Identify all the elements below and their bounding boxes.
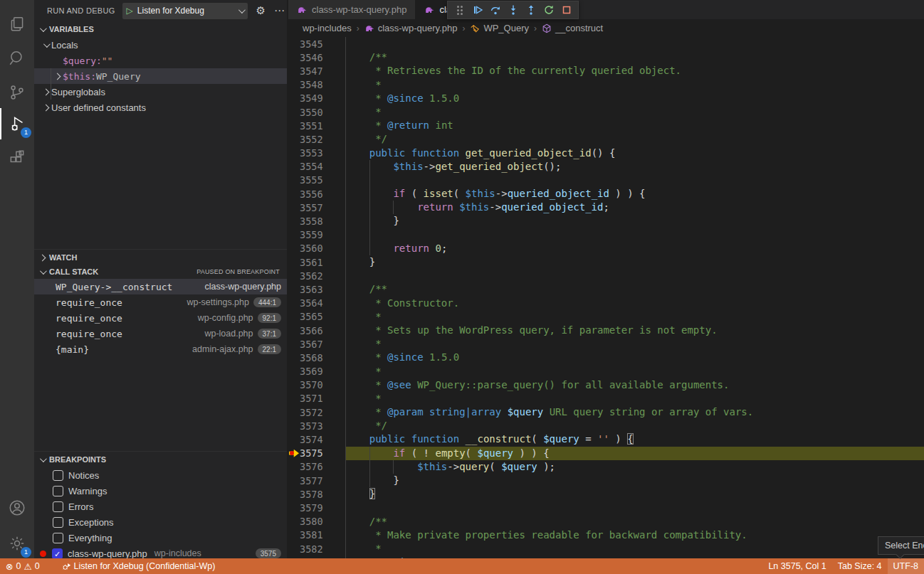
gutter[interactable]: [288, 119, 300, 132]
code-line[interactable]: 3570 * @see WP_Query::parse_query() for …: [288, 378, 924, 392]
gutter[interactable]: [288, 282, 300, 296]
gutter[interactable]: [288, 297, 300, 310]
code-line[interactable]: 3552 */: [288, 132, 924, 146]
tab-size-status[interactable]: Tab Size: 4: [832, 558, 888, 574]
breadcrumb-item[interactable]: wp-includes: [303, 23, 352, 33]
gutter[interactable]: [288, 324, 300, 337]
variable-row[interactable]: $this: WP_Query: [34, 68, 287, 84]
call-stack-frame[interactable]: {main}admin-ajax.php22:1: [34, 341, 287, 357]
breakpoints-header[interactable]: BREAKPOINTS: [34, 452, 287, 467]
gutter[interactable]: [288, 515, 300, 528]
cursor-position-status[interactable]: Ln 3575, Col 1: [762, 558, 831, 574]
code-line[interactable]: 3567 *: [288, 337, 924, 351]
checkbox-unchecked[interactable]: [53, 533, 63, 543]
restart-button[interactable]: [540, 1, 557, 18]
variable-row[interactable]: Superglobals: [34, 84, 287, 100]
gutter[interactable]: [288, 64, 300, 78]
settings-gear-icon[interactable]: 1: [0, 528, 34, 559]
gutter[interactable]: [288, 378, 300, 392]
gutter[interactable]: [288, 201, 300, 214]
gutter[interactable]: [288, 214, 300, 228]
gutter[interactable]: [288, 460, 300, 474]
call-stack-frame[interactable]: require_oncewp-settings.php444:1: [34, 294, 287, 310]
code-line[interactable]: 3559: [288, 228, 924, 242]
more-actions-icon[interactable]: ⋯: [274, 4, 285, 17]
breakpoint-toggle-row[interactable]: Everything: [34, 530, 287, 546]
variable-row[interactable]: $query: "": [34, 53, 287, 68]
breakpoint-toggle-row[interactable]: Warnings: [34, 483, 287, 499]
breakpoint-toggle-row[interactable]: Notices: [34, 467, 287, 483]
code-line[interactable]: 3557 return $this->queried_object_id;: [288, 201, 924, 214]
code-line[interactable]: 3581 * Make private properties readable …: [288, 528, 924, 542]
gutter[interactable]: [288, 447, 300, 460]
variables-header[interactable]: VARIABLES: [34, 21, 287, 37]
code-line[interactable]: 3571 *: [288, 392, 924, 405]
gutter[interactable]: [288, 432, 300, 446]
gutter[interactable]: [288, 542, 300, 556]
code-line[interactable]: 3574 public function __construct( $query…: [288, 432, 924, 446]
code-line[interactable]: 3550 *: [288, 105, 924, 119]
checkbox-unchecked[interactable]: [53, 517, 63, 528]
gutter[interactable]: [288, 337, 300, 351]
tab-class-wp-tax-query[interactable]: class-wp-tax-query.php: [288, 0, 416, 19]
gutter[interactable]: [288, 310, 300, 324]
code-line[interactable]: 3572 * @param string|array $query URL qu…: [288, 405, 924, 419]
code-line[interactable]: 3580 /**: [288, 515, 924, 528]
code-line[interactable]: 3582 *: [288, 542, 924, 556]
gutter[interactable]: [288, 78, 300, 92]
breadcrumb-item[interactable]: class-wp-query.php: [364, 23, 458, 33]
launch-config-dropdown[interactable]: ▷ Listen for Xdebug: [122, 3, 248, 19]
gutter[interactable]: [288, 132, 300, 146]
gutter[interactable]: [288, 242, 300, 255]
gutter[interactable]: [288, 92, 300, 105]
gutter[interactable]: [288, 255, 300, 269]
code-line[interactable]: 3577 }: [288, 474, 924, 487]
checkbox-checked[interactable]: ✓: [52, 548, 63, 559]
code-line[interactable]: 3575 if ( ! empty( $query ) ) {: [288, 447, 924, 460]
call-stack-frame[interactable]: WP_Query->__constructclass-wp-query.php: [34, 279, 287, 294]
code-line[interactable]: 3560 return 0;: [288, 242, 924, 255]
problems-status[interactable]: ⊗ 0 ⚠ 0: [0, 558, 46, 574]
code-line[interactable]: 3565 *: [288, 310, 924, 324]
search-icon[interactable]: [0, 43, 34, 74]
gutter[interactable]: [288, 105, 300, 119]
gutter[interactable]: [288, 487, 300, 501]
code-line[interactable]: 3549 * @since 1.5.0: [288, 92, 924, 105]
gutter[interactable]: [288, 174, 300, 187]
gutter[interactable]: [288, 474, 300, 487]
breakpoint-toggle-row[interactable]: Exceptions: [34, 514, 287, 530]
gutter[interactable]: [288, 187, 300, 201]
gutter[interactable]: [288, 228, 300, 242]
call-stack-frame[interactable]: require_oncewp-load.php37:1: [34, 326, 287, 341]
stop-button[interactable]: [557, 1, 575, 18]
gutter[interactable]: [288, 419, 300, 432]
breadcrumb-item[interactable]: __construct: [542, 23, 603, 33]
code-line[interactable]: 3548 *: [288, 78, 924, 92]
code-line[interactable]: 3545: [288, 37, 924, 51]
step-over-button[interactable]: [486, 1, 504, 18]
code-line[interactable]: 3547 * Retrieves the ID of the currently…: [288, 64, 924, 78]
source-control-icon[interactable]: [0, 77, 34, 108]
debug-gear-icon[interactable]: ⚙: [256, 4, 266, 17]
call-stack-frame[interactable]: require_oncewp-config.php92:1: [34, 310, 287, 326]
code-line[interactable]: 3564 * Constructor.: [288, 297, 924, 310]
encoding-status[interactable]: UTF-8: [888, 558, 924, 574]
start-debug-icon[interactable]: ▷: [127, 6, 133, 16]
code-line[interactable]: 3576 $this->query( $query );: [288, 460, 924, 474]
code-line[interactable]: 3546 /**: [288, 51, 924, 64]
watch-header[interactable]: WATCH: [34, 250, 287, 265]
gutter[interactable]: [288, 365, 300, 378]
variable-row[interactable]: User defined constants: [34, 100, 287, 115]
code-line[interactable]: 3555: [288, 174, 924, 187]
code-line[interactable]: 3578 }: [288, 487, 924, 501]
explorer-icon[interactable]: [0, 9, 34, 40]
code-line[interactable]: 3554 $this->get_queried_object();: [288, 160, 924, 174]
variable-row[interactable]: Locals: [34, 37, 287, 53]
gutter[interactable]: [288, 37, 300, 51]
continue-button[interactable]: [468, 1, 486, 18]
run-and-debug-icon[interactable]: 1: [0, 108, 34, 139]
breakpoint-toggle-row[interactable]: Errors: [34, 499, 287, 514]
code-line[interactable]: 3573 */: [288, 419, 924, 432]
checkbox-unchecked[interactable]: [53, 486, 63, 496]
gutter[interactable]: [288, 528, 300, 542]
